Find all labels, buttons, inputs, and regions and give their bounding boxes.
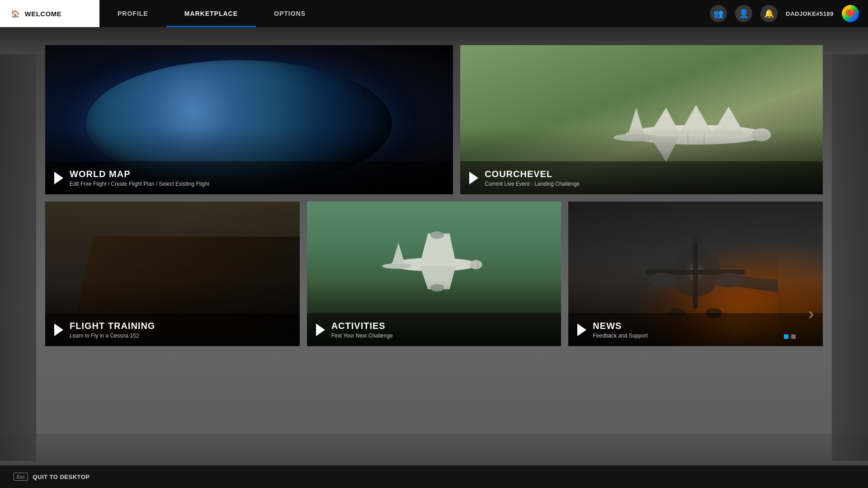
news-label-bar: NEWS Feedback and Support bbox=[568, 313, 823, 346]
tab-marketplace[interactable]: MARKETPLACE bbox=[166, 0, 256, 27]
world-map-subtitle: Edit Free Flight / Create Flight Plan / … bbox=[70, 181, 444, 187]
top-navigation: 🏠 WELCOME PROFILE MARKETPLACE OPTIONS 👥 … bbox=[0, 0, 868, 27]
heart-icon: ❤️ bbox=[845, 9, 855, 19]
hangar-wall-right bbox=[832, 54, 868, 461]
flight-training-chevron-icon bbox=[54, 324, 63, 336]
flight-training-subtitle: Learn to Fly in a Cessna 152 bbox=[70, 333, 291, 339]
activities-chevron-icon bbox=[316, 324, 325, 336]
activities-text: ACTIVITIES Find Your Next Challenge bbox=[331, 320, 552, 339]
flight-training-text: FLIGHT TRAINING Learn to Fly in a Cessna… bbox=[70, 320, 291, 339]
activities-card[interactable]: ACTIVITIES Find Your Next Challenge bbox=[307, 202, 561, 346]
bottom-card-row: FLIGHT TRAINING Learn to Fly in a Cessna… bbox=[45, 202, 823, 346]
news-subtitle: Feedback and Support bbox=[593, 333, 814, 339]
world-map-text: WORLD MAP Edit Free Flight / Create Flig… bbox=[70, 169, 444, 187]
svg-point-11 bbox=[470, 260, 482, 269]
bell-icon: 🔔 bbox=[764, 9, 774, 19]
courchevel-text: COURCHEVEL Current Live Event - Landing … bbox=[485, 169, 814, 187]
username-display: DADJOKE#5189 bbox=[786, 10, 834, 17]
activities-title: ACTIVITIES bbox=[331, 320, 552, 331]
notifications-button[interactable]: 🔔 bbox=[760, 5, 778, 22]
world-map-title: WORLD MAP bbox=[70, 169, 444, 179]
world-map-label-bar: WORLD MAP Edit Free Flight / Create Flig… bbox=[45, 161, 453, 194]
social-icon-button[interactable]: 👥 bbox=[710, 5, 727, 22]
quit-to-desktop-button[interactable]: QUIT TO DESKTOP bbox=[33, 474, 90, 480]
flight-training-card[interactable]: FLIGHT TRAINING Learn to Fly in a Cessna… bbox=[45, 202, 300, 346]
svg-point-13 bbox=[382, 263, 412, 269]
news-chevron-icon bbox=[577, 324, 586, 336]
house-icon: 🏠 bbox=[11, 9, 20, 18]
activities-label-bar: ACTIVITIES Find Your Next Challenge bbox=[307, 313, 561, 346]
tab-options[interactable]: OPTIONS bbox=[256, 0, 324, 27]
flight-training-label-bar: FLIGHT TRAINING Learn to Fly in a Cessna… bbox=[45, 313, 300, 346]
world-map-card[interactable]: WORLD MAP Edit Free Flight / Create Flig… bbox=[45, 45, 453, 194]
social-icon: 👥 bbox=[713, 9, 723, 19]
welcome-tab[interactable]: 🏠 WELCOME bbox=[0, 0, 99, 27]
chevron-right-icon: › bbox=[808, 305, 814, 324]
news-text: NEWS Feedback and Support bbox=[593, 320, 814, 339]
welcome-label: WELCOME bbox=[25, 10, 62, 18]
quit-bar: Esc QUIT TO DESKTOP bbox=[0, 465, 868, 488]
nav-right: 👥 👤 🔔 DADJOKE#5189 ❤️ bbox=[701, 0, 868, 27]
courchevel-chevron-icon bbox=[469, 172, 478, 184]
courchevel-title: COURCHEVEL bbox=[485, 169, 814, 179]
courchevel-label-bar: COURCHEVEL Current Live Event - Landing … bbox=[460, 161, 823, 194]
hangar-wall-left bbox=[0, 54, 36, 461]
world-map-chevron-icon bbox=[54, 172, 63, 184]
pagination-dot-2[interactable] bbox=[791, 334, 796, 339]
courchevel-subtitle: Current Live Event - Landing Challenge bbox=[485, 181, 814, 187]
news-title: NEWS bbox=[593, 320, 814, 331]
pagination-dots bbox=[784, 334, 796, 339]
svg-marker-12 bbox=[392, 243, 404, 263]
profile-icon: 👤 bbox=[739, 9, 749, 19]
activities-subtitle: Find Your Next Challenge bbox=[331, 333, 552, 339]
content-area: WORLD MAP Edit Free Flight / Create Flig… bbox=[0, 27, 868, 488]
esc-key-label: Esc bbox=[14, 473, 28, 481]
nav-tabs: PROFILE MARKETPLACE OPTIONS bbox=[99, 0, 701, 27]
profile-icon-button[interactable]: 👤 bbox=[735, 5, 752, 22]
news-card[interactable]: NEWS Feedback and Support › bbox=[568, 202, 823, 346]
user-avatar[interactable]: ❤️ bbox=[842, 5, 859, 22]
tab-profile[interactable]: PROFILE bbox=[99, 0, 166, 27]
next-carousel-arrow[interactable]: › bbox=[808, 305, 814, 324]
top-card-row: WORLD MAP Edit Free Flight / Create Flig… bbox=[45, 45, 823, 194]
courchevel-card[interactable]: COURCHEVEL Current Live Event - Landing … bbox=[460, 45, 823, 194]
pagination-dot-1[interactable] bbox=[784, 334, 788, 339]
svg-point-16 bbox=[430, 231, 444, 239]
flight-training-title: FLIGHT TRAINING bbox=[70, 320, 291, 331]
